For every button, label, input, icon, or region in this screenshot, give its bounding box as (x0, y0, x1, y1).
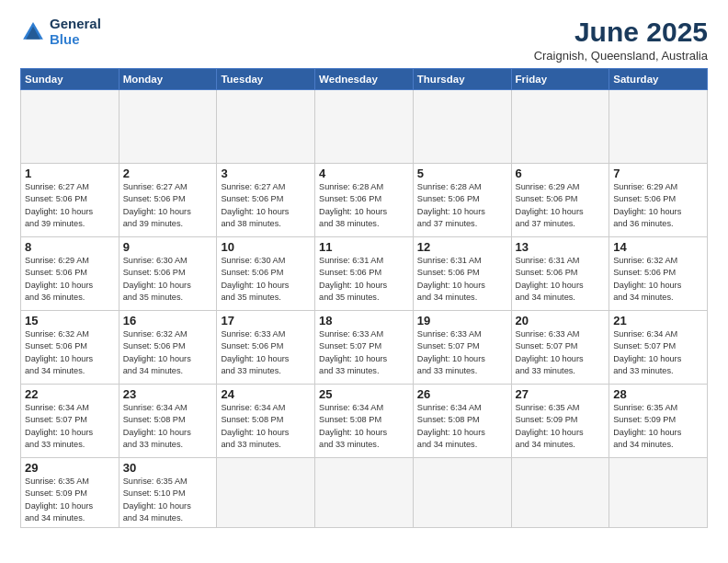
day-number: 23 (123, 387, 213, 401)
calendar-cell: 7Sunrise: 6:29 AM Sunset: 5:06 PM Daylig… (609, 164, 708, 237)
day-info: Sunrise: 6:30 AM Sunset: 5:06 PM Dayligh… (221, 255, 311, 304)
calendar-cell: 30Sunrise: 6:35 AM Sunset: 5:10 PM Dayli… (119, 458, 217, 528)
day-number: 1 (25, 167, 115, 180)
day-number: 9 (123, 240, 213, 254)
day-info: Sunrise: 6:28 AM Sunset: 5:06 PM Dayligh… (319, 181, 409, 230)
calendar-week-4: 22Sunrise: 6:34 AM Sunset: 5:07 PM Dayli… (21, 385, 708, 458)
day-number: 2 (123, 167, 213, 180)
day-info: Sunrise: 6:29 AM Sunset: 5:06 PM Dayligh… (516, 181, 606, 230)
logo-blue: Blue (50, 31, 80, 47)
calendar-cell: 16Sunrise: 6:32 AM Sunset: 5:06 PM Dayli… (119, 311, 217, 385)
day-number: 28 (613, 387, 703, 401)
calendar-cell: 22Sunrise: 6:34 AM Sunset: 5:07 PM Dayli… (21, 385, 119, 458)
day-info: Sunrise: 6:34 AM Sunset: 5:08 PM Dayligh… (123, 402, 213, 451)
day-info: Sunrise: 6:30 AM Sunset: 5:06 PM Dayligh… (123, 255, 213, 304)
day-info: Sunrise: 6:33 AM Sunset: 5:07 PM Dayligh… (417, 328, 507, 377)
calendar-week-5: 29Sunrise: 6:35 AM Sunset: 5:09 PM Dayli… (21, 458, 708, 528)
calendar-cell: 6Sunrise: 6:29 AM Sunset: 5:06 PM Daylig… (511, 164, 609, 237)
day-info: Sunrise: 6:34 AM Sunset: 5:08 PM Dayligh… (221, 402, 311, 451)
day-number: 5 (417, 167, 507, 180)
day-number: 24 (221, 387, 311, 401)
calendar-cell: 11Sunrise: 6:31 AM Sunset: 5:06 PM Dayli… (315, 237, 414, 311)
calendar-cell (315, 458, 414, 528)
calendar-cell: 15Sunrise: 6:32 AM Sunset: 5:06 PM Dayli… (21, 311, 119, 385)
calendar-cell (413, 90, 511, 164)
logo: General Blue (20, 17, 101, 47)
day-info: Sunrise: 6:33 AM Sunset: 5:07 PM Dayligh… (319, 328, 409, 377)
calendar-week-0 (21, 90, 708, 164)
day-info: Sunrise: 6:32 AM Sunset: 5:06 PM Dayligh… (613, 255, 703, 304)
day-info: Sunrise: 6:35 AM Sunset: 5:09 PM Dayligh… (516, 402, 606, 451)
month-title: June 2025 (534, 17, 708, 48)
day-number: 3 (221, 167, 311, 180)
calendar-cell: 24Sunrise: 6:34 AM Sunset: 5:08 PM Dayli… (217, 385, 315, 458)
calendar-week-2: 8Sunrise: 6:29 AM Sunset: 5:06 PM Daylig… (21, 237, 708, 311)
calendar: Sunday Monday Tuesday Wednesday Thursday… (20, 68, 708, 528)
calendar-cell (609, 90, 708, 164)
calendar-cell: 13Sunrise: 6:31 AM Sunset: 5:06 PM Dayli… (511, 237, 609, 311)
day-info: Sunrise: 6:27 AM Sunset: 5:06 PM Dayligh… (123, 181, 213, 230)
day-number: 20 (516, 314, 606, 327)
calendar-cell: 10Sunrise: 6:30 AM Sunset: 5:06 PM Dayli… (217, 237, 315, 311)
day-number: 4 (319, 167, 409, 180)
day-number: 25 (319, 387, 409, 401)
col-wednesday: Wednesday (315, 69, 414, 90)
calendar-cell: 9Sunrise: 6:30 AM Sunset: 5:06 PM Daylig… (119, 237, 217, 311)
day-info: Sunrise: 6:29 AM Sunset: 5:06 PM Dayligh… (25, 255, 115, 304)
day-info: Sunrise: 6:28 AM Sunset: 5:06 PM Dayligh… (417, 181, 507, 230)
day-number: 16 (123, 314, 213, 327)
col-thursday: Thursday (413, 69, 511, 90)
calendar-cell (217, 90, 315, 164)
day-info: Sunrise: 6:34 AM Sunset: 5:08 PM Dayligh… (417, 402, 507, 451)
day-number: 13 (516, 240, 606, 254)
calendar-cell (21, 90, 119, 164)
calendar-cell (511, 90, 609, 164)
calendar-cell: 20Sunrise: 6:33 AM Sunset: 5:07 PM Dayli… (511, 311, 609, 385)
calendar-cell: 23Sunrise: 6:34 AM Sunset: 5:08 PM Dayli… (119, 385, 217, 458)
logo-general: General (50, 16, 101, 31)
location: Craignish, Queensland, Australia (534, 49, 708, 63)
calendar-header-row: Sunday Monday Tuesday Wednesday Thursday… (21, 69, 708, 90)
calendar-cell: 18Sunrise: 6:33 AM Sunset: 5:07 PM Dayli… (315, 311, 414, 385)
calendar-cell: 26Sunrise: 6:34 AM Sunset: 5:08 PM Dayli… (413, 385, 511, 458)
day-number: 7 (613, 167, 703, 180)
page: General Blue June 2025 Craignish, Queens… (0, 0, 728, 563)
calendar-cell: 3Sunrise: 6:27 AM Sunset: 5:06 PM Daylig… (217, 164, 315, 237)
day-info: Sunrise: 6:32 AM Sunset: 5:06 PM Dayligh… (25, 328, 115, 377)
day-number: 30 (123, 461, 213, 475)
calendar-cell: 12Sunrise: 6:31 AM Sunset: 5:06 PM Dayli… (413, 237, 511, 311)
day-number: 10 (221, 240, 311, 254)
day-info: Sunrise: 6:27 AM Sunset: 5:06 PM Dayligh… (221, 181, 311, 230)
day-number: 17 (221, 314, 311, 327)
day-info: Sunrise: 6:35 AM Sunset: 5:10 PM Dayligh… (123, 476, 213, 524)
calendar-week-1: 1Sunrise: 6:27 AM Sunset: 5:06 PM Daylig… (21, 164, 708, 237)
calendar-cell: 21Sunrise: 6:34 AM Sunset: 5:07 PM Dayli… (609, 311, 708, 385)
col-monday: Monday (119, 69, 217, 90)
calendar-cell: 14Sunrise: 6:32 AM Sunset: 5:06 PM Dayli… (609, 237, 708, 311)
logo-icon (20, 19, 46, 45)
day-number: 14 (613, 240, 703, 254)
day-info: Sunrise: 6:31 AM Sunset: 5:06 PM Dayligh… (319, 255, 409, 304)
day-info: Sunrise: 6:31 AM Sunset: 5:06 PM Dayligh… (516, 255, 606, 304)
calendar-cell: 27Sunrise: 6:35 AM Sunset: 5:09 PM Dayli… (511, 385, 609, 458)
day-info: Sunrise: 6:29 AM Sunset: 5:06 PM Dayligh… (613, 181, 703, 230)
header: General Blue June 2025 Craignish, Queens… (20, 17, 708, 63)
day-number: 8 (25, 240, 115, 254)
day-number: 15 (25, 314, 115, 327)
calendar-cell (511, 458, 609, 528)
calendar-cell: 4Sunrise: 6:28 AM Sunset: 5:06 PM Daylig… (315, 164, 414, 237)
calendar-cell (119, 90, 217, 164)
day-info: Sunrise: 6:33 AM Sunset: 5:07 PM Dayligh… (516, 328, 606, 377)
title-block: June 2025 Craignish, Queensland, Austral… (534, 17, 708, 63)
calendar-cell: 1Sunrise: 6:27 AM Sunset: 5:06 PM Daylig… (21, 164, 119, 237)
calendar-week-3: 15Sunrise: 6:32 AM Sunset: 5:06 PM Dayli… (21, 311, 708, 385)
calendar-cell (315, 90, 414, 164)
col-saturday: Saturday (609, 69, 708, 90)
calendar-cell (609, 458, 708, 528)
day-number: 29 (25, 461, 115, 475)
col-tuesday: Tuesday (217, 69, 315, 90)
day-number: 11 (319, 240, 409, 254)
day-number: 26 (417, 387, 507, 401)
day-number: 27 (516, 387, 606, 401)
calendar-cell: 5Sunrise: 6:28 AM Sunset: 5:06 PM Daylig… (413, 164, 511, 237)
